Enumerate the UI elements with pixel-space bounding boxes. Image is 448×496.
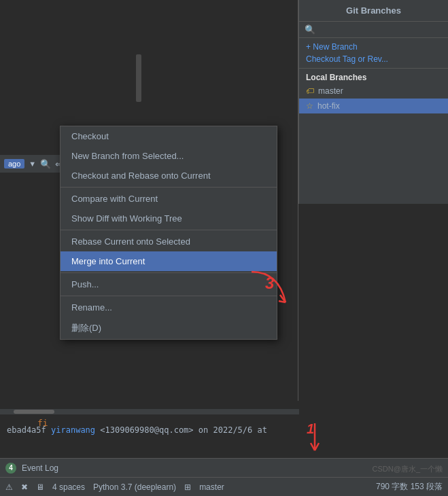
new-branch-link[interactable]: + New Branch — [306, 41, 441, 53]
git-branches-panel: Git Branches 🔍 + New Branch Checkout Tag… — [298, 0, 448, 204]
commit-date: on 2022/5/6 at — [199, 425, 267, 435]
branch-item-master[interactable]: 🏷 master — [299, 84, 448, 99]
commit-info: ebad4a5f yiranwang <1309069980@qq.com> o… — [0, 421, 299, 439]
annotation-arrow-1: 1 — [305, 420, 325, 461]
timestamp-badge: ago — [4, 159, 24, 169]
status-computer: 🖥 — [36, 482, 44, 492]
context-menu-checkout[interactable]: Checkout — [61, 126, 277, 146]
status-warnings[interactable]: ⚠ — [5, 482, 13, 492]
scrollbar-thumb[interactable] — [14, 410, 54, 414]
status-position: 790 字数 153 段落 — [376, 481, 443, 493]
status-language[interactable]: Python 3.7 (deeplearn) — [93, 482, 176, 492]
svg-text:1: 1 — [307, 421, 314, 436]
branch-search-input[interactable] — [318, 25, 443, 35]
divider-1 — [61, 187, 277, 188]
warning-icon: ⚠ — [5, 482, 13, 492]
git-branches-title: Git Branches — [299, 0, 448, 22]
context-menu-rebase[interactable]: Rebase Current onto Selected — [61, 232, 277, 251]
checkout-tag-link[interactable]: Checkout Tag or Rev... — [306, 53, 441, 65]
context-menu-delete[interactable]: 删除(D) — [61, 317, 277, 339]
expand-icon[interactable]: ▼ — [29, 160, 36, 168]
context-menu-new-branch[interactable]: New Branch from Selected... — [61, 146, 277, 166]
event-log-badge: 4 — [5, 463, 16, 474]
context-menu-show-diff[interactable]: Show Diff with Working Tree — [61, 209, 277, 228]
branch-item-hotfix[interactable]: ☆ hot-fix 2 — [299, 99, 448, 113]
watermark: CSDN@唐水_一个懒 — [373, 464, 443, 474]
context-menu-checkout-rebase[interactable]: Checkout and Rebase onto Current — [61, 166, 277, 185]
star-icon: ☆ — [306, 101, 313, 111]
local-branches-header: Local Branches — [299, 69, 448, 84]
svg-text:3: 3 — [265, 274, 275, 292]
commit-author-name: yiranwang — [51, 425, 95, 435]
status-errors[interactable]: ✖ — [21, 482, 28, 492]
event-log-label[interactable]: Event Log — [22, 463, 58, 473]
commit-hash: ebad4a5f — [7, 425, 46, 435]
annotation-arrow-3: 3 — [245, 265, 299, 313]
tag-icon: 🏷 — [306, 86, 314, 96]
branch-name-hotfix: hot-fix — [317, 101, 340, 111]
status-branch[interactable]: master — [199, 482, 224, 492]
divider-2 — [61, 230, 277, 230]
search-icon[interactable]: 🔍 — [40, 159, 51, 169]
search-icon-small: 🔍 — [305, 24, 315, 35]
branch-name-master: master — [318, 86, 343, 96]
git-branches-search[interactable]: 🔍 — [299, 22, 448, 38]
context-menu-compare[interactable]: Compare with Current — [61, 189, 277, 209]
horizontal-scrollbar[interactable] — [0, 409, 299, 414]
status-bar: ⚠ ✖ 🖥 4 spaces Python 3.7 (deeplearn) ⊞ … — [0, 477, 448, 496]
error-icon: ✖ — [21, 482, 28, 492]
status-branch-icon: ⊞ — [184, 482, 191, 492]
status-indent[interactable]: 4 spaces — [52, 482, 85, 492]
computer-icon: 🖥 — [36, 482, 44, 492]
commit-email: <1309069980@qq.com> — [100, 425, 193, 435]
git-branches-actions: + New Branch Checkout Tag or Rev... — [299, 38, 448, 69]
